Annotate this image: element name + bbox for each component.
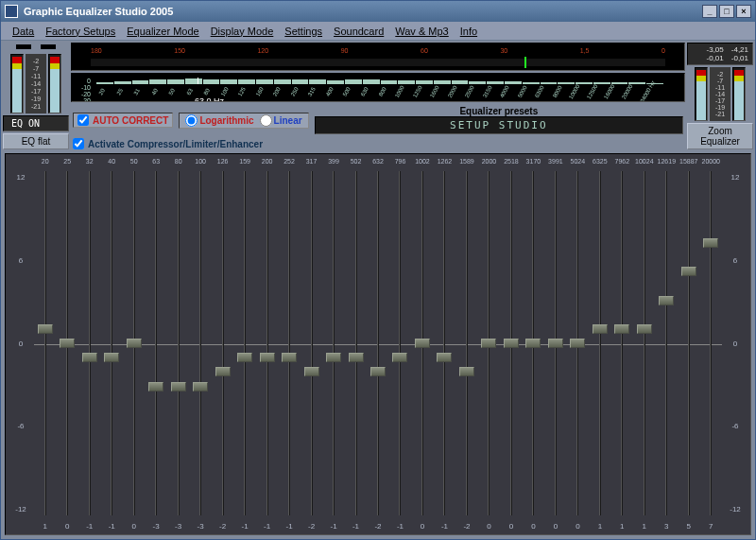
- menu-data[interactable]: Data: [9, 24, 38, 39]
- output-db-readout: -3,05-4,21 -0,01-0,01: [687, 43, 753, 65]
- slider-thumb[interactable]: [392, 353, 407, 362]
- eq-flat-button[interactable]: EQ flat: [3, 133, 69, 149]
- eq-slider-1589[interactable]: [455, 171, 477, 515]
- slider-thumb[interactable]: [38, 324, 53, 334]
- input-meter-r: [48, 54, 61, 113]
- slider-thumb[interactable]: [614, 324, 629, 334]
- slider-thumb[interactable]: [304, 367, 319, 376]
- slider-thumb[interactable]: [237, 353, 252, 362]
- correlation-marker: [524, 57, 526, 68]
- menu-factory-setups[interactable]: Factory Setups: [42, 24, 119, 39]
- slider-thumb[interactable]: [349, 353, 364, 362]
- slider-thumb[interactable]: [437, 353, 452, 362]
- auto-correct-checkbox[interactable]: AUTO CORRECT: [73, 113, 173, 128]
- right-meter-group: -3,05-4,21 -0,01-0,01 -2-7-11-14-17-19-2…: [687, 43, 753, 149]
- slider-thumb[interactable]: [481, 339, 496, 348]
- slider-thumb[interactable]: [570, 339, 585, 348]
- preset-display[interactable]: SETUP STUDIO: [315, 116, 683, 134]
- output-meter-l: [695, 67, 708, 121]
- slider-thumb[interactable]: [459, 367, 474, 376]
- eq-slider-100[interactable]: [189, 171, 211, 515]
- slider-thumb[interactable]: [659, 296, 674, 305]
- slider-thumb[interactable]: [637, 324, 652, 334]
- eq-slider-12619[interactable]: [656, 171, 678, 515]
- slider-thumb[interactable]: [60, 339, 75, 348]
- menu-equalizer-mode[interactable]: Equalizer Mode: [123, 24, 202, 39]
- eq-slider-1262[interactable]: [434, 171, 455, 515]
- zoom-equalizer-button[interactable]: Zoom Equalizer: [687, 123, 753, 149]
- control-bar: AUTO CORRECT Logarithmic Linear Equalize…: [71, 104, 685, 136]
- menu-display-mode[interactable]: Display Mode: [207, 24, 278, 39]
- eq-slider-632[interactable]: [367, 171, 388, 515]
- eq-slider-80[interactable]: [167, 171, 189, 515]
- eq-slider-10024[interactable]: [633, 171, 655, 515]
- eq-slider-20[interactable]: [34, 171, 56, 515]
- window-title: Graphic Equalizer Studio 2005: [24, 6, 173, 17]
- menu-soundcard[interactable]: Soundcard: [330, 24, 387, 39]
- app-icon: [5, 5, 18, 18]
- eq-slider-15887[interactable]: [678, 171, 699, 515]
- eq-slider-1002[interactable]: [411, 171, 433, 515]
- eq-slider-252[interactable]: [278, 171, 300, 515]
- eq-slider-32[interactable]: [78, 171, 100, 515]
- output-meter-r: [732, 67, 746, 121]
- eq-slider-126[interactable]: [212, 171, 233, 515]
- menu-settings[interactable]: Settings: [281, 24, 326, 39]
- eq-slider-317[interactable]: [301, 171, 322, 515]
- eq-slider-399[interactable]: [322, 171, 344, 515]
- titlebar[interactable]: Graphic Equalizer Studio 2005 _ □ ×: [1, 1, 755, 22]
- presets-label: Equalizer presets: [315, 106, 683, 116]
- eq-slider-502[interactable]: [345, 171, 367, 515]
- logarithmic-radio[interactable]: Logarithmic: [185, 114, 253, 127]
- slider-thumb[interactable]: [127, 339, 142, 348]
- spectrum-analyzer[interactable]: 0-10-20-30-40-50-60db 63,0 Hz 2025314050…: [71, 73, 685, 102]
- eq-slider-25[interactable]: [56, 171, 77, 515]
- maximize-button[interactable]: □: [719, 5, 734, 18]
- slider-thumb[interactable]: [326, 353, 341, 362]
- slider-thumb[interactable]: [525, 339, 541, 348]
- slider-thumb[interactable]: [193, 382, 208, 392]
- slider-thumb[interactable]: [370, 367, 386, 376]
- eq-state-display[interactable]: EQ ON: [3, 115, 69, 131]
- slider-thumb[interactable]: [148, 382, 163, 392]
- slider-thumb[interactable]: [82, 353, 97, 362]
- menu-wav-mp3[interactable]: Wav & Mp3: [391, 24, 452, 39]
- eq-slider-7962[interactable]: [611, 171, 633, 515]
- menu-info[interactable]: Info: [456, 24, 481, 39]
- eq-slider-200[interactable]: [256, 171, 278, 515]
- minimize-button[interactable]: _: [702, 5, 717, 18]
- spectrum-cursor: [198, 78, 198, 84]
- eq-slider-2000[interactable]: [478, 171, 500, 515]
- slider-thumb[interactable]: [104, 353, 119, 362]
- slider-thumb[interactable]: [282, 353, 297, 362]
- spectrum-bar: [238, 79, 255, 84]
- menubar: DataFactory SetupsEqualizer ModeDisplay …: [1, 22, 755, 41]
- eq-slider-40[interactable]: [100, 171, 122, 515]
- left-meter-group: -2-7-11-14-17-19-21 EQ ON EQ flat: [3, 43, 69, 149]
- eq-slider-159[interactable]: [233, 171, 255, 515]
- activate-compressor-checkbox[interactable]: Activate Compressor/Limiter/Enhancer: [71, 138, 685, 149]
- eq-slider-63[interactable]: [145, 171, 166, 515]
- slider-thumb[interactable]: [548, 339, 563, 348]
- slider-thumb[interactable]: [260, 353, 275, 362]
- eq-slider-50[interactable]: [123, 171, 145, 515]
- spectrum-bar: [274, 79, 291, 84]
- input-meter-l: [10, 54, 24, 113]
- eq-slider-5024[interactable]: [567, 171, 589, 515]
- eq-slider-2518[interactable]: [500, 171, 522, 515]
- slider-thumb[interactable]: [504, 339, 519, 348]
- eq-slider-20000[interactable]: [700, 171, 722, 515]
- eq-slider-6325[interactable]: [589, 171, 610, 515]
- close-button[interactable]: ×: [736, 5, 751, 18]
- scale-radio-group: Logarithmic Linear: [179, 113, 308, 129]
- slider-thumb[interactable]: [593, 324, 608, 334]
- linear-radio[interactable]: Linear: [260, 114, 302, 127]
- slider-thumb[interactable]: [681, 267, 696, 276]
- slider-thumb[interactable]: [171, 382, 186, 392]
- eq-slider-3991[interactable]: [544, 171, 566, 515]
- slider-thumb[interactable]: [415, 339, 430, 348]
- eq-slider-3170[interactable]: [523, 171, 544, 515]
- slider-thumb[interactable]: [215, 367, 231, 376]
- eq-slider-796[interactable]: [389, 171, 411, 515]
- slider-thumb[interactable]: [703, 238, 718, 248]
